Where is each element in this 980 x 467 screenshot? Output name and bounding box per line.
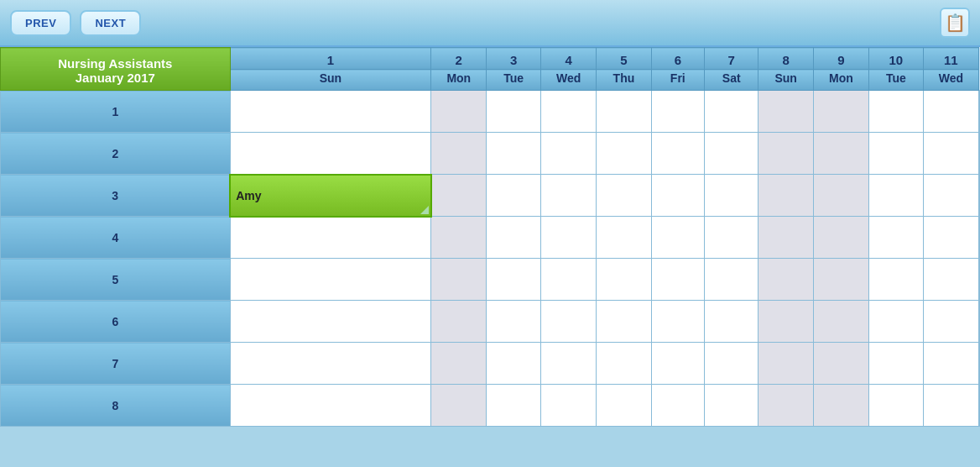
- name-cell-5: [230, 301, 431, 343]
- cell-r2-c6[interactable]: [758, 175, 813, 217]
- name-cell-2[interactable]: [230, 175, 431, 217]
- name-cell-3: [230, 217, 431, 259]
- cell-r4-c5[interactable]: [705, 259, 758, 301]
- cell-r0-c10[interactable]: [979, 91, 980, 133]
- cell-r2-c8[interactable]: [868, 175, 923, 217]
- copy-icon[interactable]: 📋: [940, 8, 970, 38]
- cell-r2-c5[interactable]: [705, 175, 758, 217]
- cell-r5-c10[interactable]: [979, 301, 980, 343]
- cell-r6-c7[interactable]: [813, 343, 868, 385]
- cell-r4-c2[interactable]: [541, 259, 597, 301]
- cell-r4-c8[interactable]: [868, 259, 923, 301]
- cell-r7-c6[interactable]: [758, 385, 813, 427]
- cell-r6-c8[interactable]: [868, 343, 923, 385]
- cell-r0-c2[interactable]: [541, 91, 597, 133]
- cell-r1-c10[interactable]: [979, 133, 980, 175]
- calendar-grid: Nursing AssistantsJanuary 20171234567891…: [0, 47, 980, 427]
- cell-r4-c0[interactable]: [431, 259, 487, 301]
- cell-r5-c2[interactable]: [541, 301, 597, 343]
- cell-r2-c0[interactable]: [431, 175, 487, 217]
- cell-r1-c2[interactable]: [541, 133, 597, 175]
- cell-r7-c5[interactable]: [705, 385, 758, 427]
- cell-r5-c9[interactable]: [923, 301, 978, 343]
- cell-r0-c0[interactable]: [431, 91, 487, 133]
- cell-r3-c6[interactable]: [758, 217, 813, 259]
- cell-r1-c1[interactable]: [487, 133, 541, 175]
- cell-r5-c6[interactable]: [758, 301, 813, 343]
- cell-r0-c8[interactable]: [868, 91, 923, 133]
- cell-r1-c9[interactable]: [923, 133, 978, 175]
- cell-r2-c3[interactable]: [597, 175, 651, 217]
- cell-r0-c4[interactable]: [651, 91, 704, 133]
- cell-r4-c1[interactable]: [487, 259, 541, 301]
- cell-r5-c5[interactable]: [705, 301, 758, 343]
- cell-r7-c8[interactable]: [868, 385, 923, 427]
- cell-r3-c7[interactable]: [813, 217, 868, 259]
- next-button[interactable]: NEXT: [80, 10, 141, 36]
- cell-r0-c7[interactable]: [813, 91, 868, 133]
- cell-r7-c0[interactable]: [431, 385, 487, 427]
- cell-r7-c7[interactable]: [813, 385, 868, 427]
- cell-r4-c3[interactable]: [597, 259, 651, 301]
- cell-r5-c0[interactable]: [431, 301, 487, 343]
- cell-r3-c8[interactable]: [868, 217, 923, 259]
- cell-r3-c2[interactable]: [541, 217, 597, 259]
- cell-r2-c2[interactable]: [541, 175, 597, 217]
- cell-r5-c1[interactable]: [487, 301, 541, 343]
- cell-r5-c7[interactable]: [813, 301, 868, 343]
- cell-r0-c9[interactable]: [923, 91, 978, 133]
- cell-r1-c7[interactable]: [813, 133, 868, 175]
- cell-r3-c9[interactable]: [923, 217, 978, 259]
- cell-r0-c5[interactable]: [705, 91, 758, 133]
- cell-r2-c7[interactable]: [813, 175, 868, 217]
- cell-r6-c3[interactable]: [597, 343, 651, 385]
- cell-r4-c9[interactable]: [923, 259, 978, 301]
- cell-r4-c6[interactable]: [758, 259, 813, 301]
- cell-r0-c1[interactable]: [487, 91, 541, 133]
- table-row: 8: [1, 385, 980, 427]
- cell-r2-c4[interactable]: [651, 175, 704, 217]
- cell-r1-c4[interactable]: [651, 133, 704, 175]
- cell-r6-c0[interactable]: [431, 343, 487, 385]
- cell-r5-c4[interactable]: [651, 301, 704, 343]
- cell-r6-c4[interactable]: [651, 343, 704, 385]
- cell-r3-c4[interactable]: [651, 217, 704, 259]
- cell-r1-c3[interactable]: [597, 133, 651, 175]
- cell-r3-c10[interactable]: [979, 217, 980, 259]
- cell-r4-c10[interactable]: [979, 259, 980, 301]
- cell-r7-c10[interactable]: [979, 385, 980, 427]
- cell-r2-c1[interactable]: [487, 175, 541, 217]
- prev-button[interactable]: PREV: [10, 10, 71, 36]
- cell-r7-c1[interactable]: [487, 385, 541, 427]
- day-num-2: 2: [431, 48, 487, 70]
- day-num-1: 1: [230, 48, 431, 70]
- day-num-10: 10: [868, 48, 923, 70]
- cell-r6-c10[interactable]: [979, 343, 980, 385]
- cell-r0-c6[interactable]: [758, 91, 813, 133]
- cell-r5-c3[interactable]: [597, 301, 651, 343]
- cell-r2-c10[interactable]: [979, 175, 980, 217]
- cell-r6-c5[interactable]: [705, 343, 758, 385]
- cell-r3-c5[interactable]: [705, 217, 758, 259]
- cell-r6-c9[interactable]: [923, 343, 978, 385]
- cell-r6-c2[interactable]: [541, 343, 597, 385]
- cell-r2-c9[interactable]: [923, 175, 978, 217]
- cell-r6-c6[interactable]: [758, 343, 813, 385]
- cell-r1-c5[interactable]: [705, 133, 758, 175]
- name-input[interactable]: [236, 189, 406, 202]
- cell-r4-c4[interactable]: [651, 259, 704, 301]
- cell-r3-c1[interactable]: [487, 217, 541, 259]
- cell-r1-c6[interactable]: [758, 133, 813, 175]
- cell-r7-c9[interactable]: [923, 385, 978, 427]
- cell-r3-c0[interactable]: [431, 217, 487, 259]
- cell-r4-c7[interactable]: [813, 259, 868, 301]
- cell-r3-c3[interactable]: [597, 217, 651, 259]
- cell-r7-c4[interactable]: [651, 385, 704, 427]
- cell-r1-c8[interactable]: [868, 133, 923, 175]
- cell-r0-c3[interactable]: [597, 91, 651, 133]
- cell-r5-c8[interactable]: [868, 301, 923, 343]
- cell-r7-c2[interactable]: [541, 385, 597, 427]
- cell-r6-c1[interactable]: [487, 343, 541, 385]
- cell-r1-c0[interactable]: [431, 133, 487, 175]
- cell-r7-c3[interactable]: [597, 385, 651, 427]
